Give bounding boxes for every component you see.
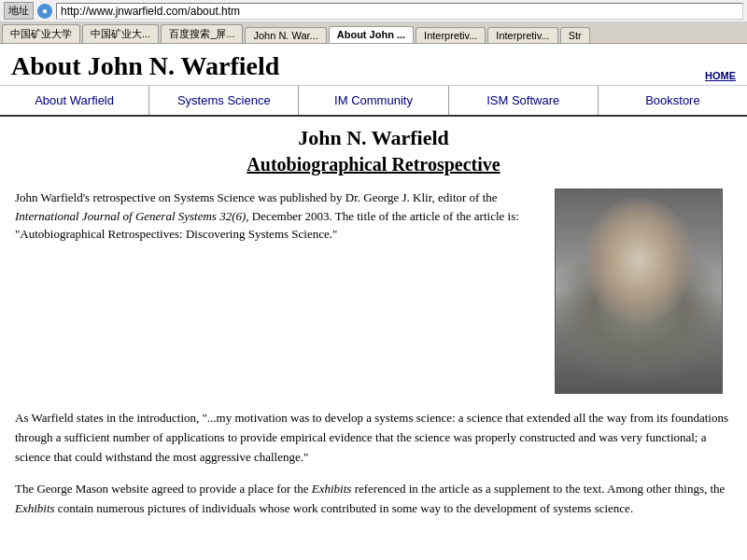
- svg-point-6: [595, 219, 684, 327]
- svg-point-13: [634, 280, 643, 293]
- portrait-svg: [556, 189, 722, 394]
- tab-about[interactable]: About John ...: [329, 26, 414, 43]
- svg-point-10: [648, 263, 663, 273]
- bottom-text-1: The George Mason website agreed to provi…: [15, 482, 312, 496]
- address-bar: 地址 ●: [0, 0, 747, 22]
- article-quote: As Warfield states in the introduction, …: [15, 409, 732, 467]
- article-bottom: The George Mason website agreed to provi…: [15, 480, 732, 519]
- svg-point-3: [588, 305, 690, 379]
- article-subtitle: Autobiographical Retrospective: [15, 154, 732, 175]
- bottom-text-2: referenced in the article as a supplemen…: [351, 482, 725, 496]
- tab-baidu[interactable]: 百度搜索_屏...: [161, 24, 243, 43]
- nav-bookstore[interactable]: Bookstore: [599, 86, 747, 115]
- svg-rect-8: [595, 231, 684, 245]
- nav-about[interactable]: About Warfield: [0, 86, 149, 115]
- exhibits-1: Exhibits: [312, 482, 352, 496]
- article-title: John N. Warfield: [15, 126, 732, 150]
- home-link[interactable]: HOME: [705, 70, 736, 81]
- address-label: 地址: [4, 2, 34, 20]
- nav-ism[interactable]: ISM Software: [449, 86, 599, 115]
- svg-point-15: [677, 265, 690, 284]
- svg-rect-0: [556, 189, 722, 393]
- tab-john[interactable]: John N. War...: [245, 27, 326, 43]
- tab-interpretiv-1[interactable]: Interpretiv...: [416, 27, 486, 43]
- photo-block: [555, 189, 732, 394]
- article-intro: John Warfield's retrospective on Systems…: [15, 189, 540, 394]
- svg-rect-4: [627, 319, 650, 365]
- svg-rect-1: [556, 189, 722, 393]
- main-content: John N. Warfield Autobiographical Retros…: [0, 117, 747, 528]
- nav-bar: About Warfield Systems Science IM Commun…: [0, 86, 747, 117]
- svg-point-14: [588, 265, 601, 284]
- address-input[interactable]: [56, 3, 743, 20]
- page-title: About John N. Warfield: [11, 51, 279, 81]
- svg-point-9: [614, 263, 629, 273]
- svg-point-12: [652, 265, 659, 273]
- tab-interpretiv-2[interactable]: Interpretiv...: [487, 27, 557, 43]
- content-with-photo: John Warfield's retrospective on Systems…: [15, 189, 732, 394]
- journal-italic: International Journal of General Systems…: [15, 209, 246, 223]
- svg-point-7: [595, 213, 684, 250]
- nav-systems[interactable]: Systems Science: [149, 86, 299, 115]
- nav-im[interactable]: IM Community: [299, 86, 448, 115]
- intro-text-1: John Warfield's retrospective on Systems…: [15, 190, 498, 204]
- browser-icon: ●: [37, 4, 52, 19]
- tab-str[interactable]: Str: [560, 27, 590, 43]
- svg-marker-5: [633, 324, 644, 374]
- bottom-text-3: contain numerous pictures of individuals…: [55, 501, 634, 515]
- tab-chinese-1[interactable]: 中国矿业大学: [2, 24, 80, 43]
- portrait-photo: [555, 189, 723, 394]
- tab-chinese-2[interactable]: 中国矿业大...: [82, 24, 159, 43]
- svg-rect-16: [627, 317, 650, 336]
- svg-point-2: [574, 315, 703, 394]
- svg-point-11: [618, 265, 626, 273]
- tabs-bar: 中国矿业大学 中国矿业大... 百度搜索_屏... John N. War...…: [0, 22, 747, 44]
- page-header: About John N. Warfield HOME: [0, 44, 747, 86]
- exhibits-2: Exhibits: [15, 501, 55, 515]
